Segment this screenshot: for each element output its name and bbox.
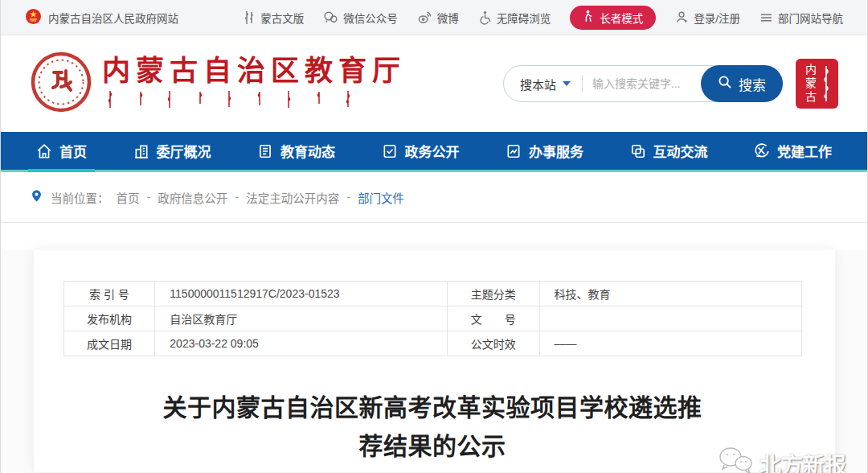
breadcrumb: 当前位置： 首页 - 政府信息公开 - 法定主动公开内容 - 部门文件: [1, 172, 867, 223]
issuing-agency-label: 发布机构: [63, 306, 155, 331]
topbar-links: 蒙古文版 微信公众号 微博 无障碍浏览 长者模式: [243, 6, 843, 30]
user-icon: [675, 10, 689, 24]
mongolian-script-icon: [243, 10, 256, 25]
table-row: 发布机构 自治区教育厅 文 号: [63, 306, 801, 331]
news-list-icon: [257, 143, 273, 159]
top-utility-bar: 内蒙古自治区人民政府网站 蒙古文版 微信公众号 微博 无障碍浏览: [1, 0, 867, 35]
document-check-icon: [382, 143, 398, 159]
index-number-label: 索 引 号: [63, 282, 155, 306]
mongolian-subtitle-icon: [102, 90, 406, 113]
site-title: 内蒙古自治区教育厅: [102, 55, 406, 87]
crumb-gov-info[interactable]: 政府信息公开: [158, 189, 227, 206]
wechat-official-link[interactable]: 微信公众号: [323, 10, 398, 26]
topic-category-label: 主题分类: [447, 282, 539, 306]
main-nav: 首页 委厅概况 教育动态 政务公开 办事服务 互动交流 党建工作: [1, 132, 867, 172]
search-icon: [718, 75, 732, 93]
article-title: 关于内蒙古自治区新高考改革实验项目学校遴选推荐结果的公示: [154, 389, 710, 466]
crumb-home[interactable]: 首页: [117, 189, 140, 206]
written-date-value: 2023-03-22 09:05: [155, 331, 448, 356]
table-row: 成文日期 2023-03-22 09:05 公文时效 ——: [63, 331, 801, 356]
dept-seal-icon: [30, 51, 92, 117]
site-header: 内蒙古自治区教育厅 搜本站: [1, 35, 867, 132]
search-scope-select[interactable]: 搜本站: [504, 76, 582, 93]
service-form-icon: [506, 143, 522, 159]
content-area: 索 引 号 1150000011512917C/2023-01523 主题分类 …: [1, 250, 867, 473]
crumb-statutory-disclosure[interactable]: 法定主动公开内容: [246, 189, 339, 206]
accessibility-link[interactable]: 无障碍浏览: [478, 10, 551, 26]
doc-number-value: [539, 306, 801, 331]
nav-item-gov-info[interactable]: 政务公开: [382, 132, 460, 170]
crumb-dept-documents[interactable]: 部门文件: [358, 189, 404, 206]
document-card: 索 引 号 1150000011512917C/2023-01523 主题分类 …: [34, 250, 835, 472]
chevron-down-icon: [563, 81, 571, 86]
national-emblem-icon: [25, 8, 42, 27]
site-logo[interactable]: 内蒙古自治区教育厅: [30, 51, 406, 117]
interaction-icon: [630, 143, 646, 159]
nav-item-about[interactable]: 委厅概况: [133, 132, 211, 170]
dept-site-nav-link[interactable]: 部门网站导航: [760, 10, 843, 26]
weibo-icon: [417, 10, 432, 24]
nav-item-interaction[interactable]: 互动交流: [630, 132, 708, 170]
nav-item-news[interactable]: 教育动态: [257, 132, 335, 170]
doc-number-label: 文 号: [447, 306, 539, 331]
topic-category-value: 科技、教育: [539, 282, 801, 306]
search-button[interactable]: 搜索: [701, 65, 783, 102]
nav-item-services[interactable]: 办事服务: [506, 132, 583, 170]
location-pin-icon: [30, 188, 43, 206]
accessibility-icon: [478, 10, 492, 25]
document-info-table: 索 引 号 1150000011512917C/2023-01523 主题分类 …: [63, 281, 802, 356]
validity-value: ——: [539, 331, 801, 356]
nav-item-home[interactable]: 首页: [36, 132, 87, 170]
party-emblem-icon: [754, 143, 770, 159]
nav-item-party[interactable]: 党建工作: [754, 132, 832, 170]
elder-mode-button[interactable]: 长者模式: [570, 6, 656, 30]
breadcrumb-label: 当前位置：: [51, 189, 109, 206]
gov-portal-link[interactable]: 内蒙古自治区人民政府网站: [25, 8, 178, 27]
login-register-link[interactable]: 登录/注册: [675, 10, 740, 26]
search-bar: 搜本站 搜索: [503, 65, 783, 102]
red-stamp-icon: 内蒙古: [796, 59, 838, 109]
written-date-label: 成文日期: [63, 331, 155, 356]
elder-icon: [583, 10, 594, 25]
table-row: 索 引 号 1150000011512917C/2023-01523 主题分类 …: [63, 282, 801, 306]
brand-text: 内蒙古自治区教育厅: [102, 55, 406, 113]
mongolian-version-link[interactable]: 蒙古文版: [243, 10, 304, 26]
header-search-area: 搜本站 搜索 内蒙古: [503, 59, 838, 109]
wechat-icon: [323, 10, 338, 24]
index-number-value: 1150000011512917C/2023-01523: [155, 282, 448, 306]
validity-label: 公文时效: [447, 331, 539, 356]
home-icon: [36, 143, 52, 159]
weibo-link[interactable]: 微博: [417, 10, 459, 26]
gov-portal-label: 内蒙古自治区人民政府网站: [48, 10, 178, 26]
issuing-agency-value: 自治区教育厅: [155, 306, 448, 331]
menu-list-icon: [760, 12, 773, 23]
building-icon: [133, 143, 149, 159]
